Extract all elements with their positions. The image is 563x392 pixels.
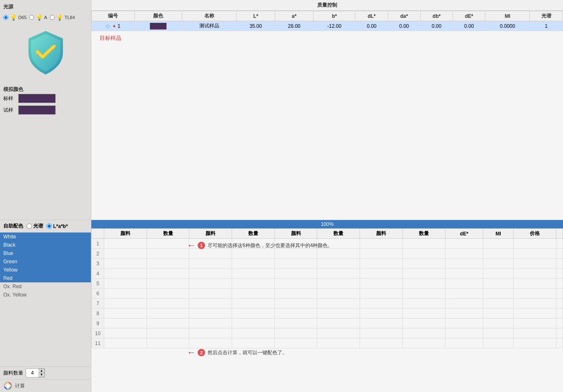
fcell-6-9[interactable] — [483, 289, 514, 299]
radio-spectra-input[interactable] — [27, 223, 32, 229]
fcell-4-11[interactable] — [556, 269, 563, 279]
formula-row-7[interactable]: 7 — [92, 299, 563, 309]
pigment-count-input[interactable] — [26, 370, 39, 376]
fcell-9-3[interactable] — [232, 318, 275, 328]
fcell-4-10[interactable] — [514, 269, 556, 279]
color-item-yellow[interactable]: Yellow — [0, 266, 91, 274]
radio-a-input[interactable] — [29, 15, 34, 20]
fcell-4-4[interactable] — [274, 269, 317, 279]
fcell-1-8[interactable] — [445, 239, 483, 249]
fcell-3-10[interactable] — [514, 259, 556, 269]
color-item-blue[interactable]: Blue — [0, 249, 91, 257]
color-item-oxred[interactable]: Ox. Red — [0, 282, 91, 291]
radio-lab-input[interactable] — [47, 223, 52, 229]
fcell-9-9[interactable] — [483, 318, 514, 328]
fcell-6-7[interactable] — [402, 289, 445, 299]
fcell-11-7[interactable] — [402, 338, 445, 348]
formula-row-4[interactable]: 4 — [92, 269, 563, 279]
fcell-8-2[interactable] — [189, 309, 232, 318]
radio-a[interactable]: 💡 A — [29, 14, 47, 21]
fcell-11-3[interactable] — [232, 338, 275, 348]
fcell-8-5[interactable] — [317, 309, 360, 318]
fcell-7-1[interactable] — [147, 299, 189, 309]
fcell-4-9[interactable] — [483, 269, 514, 279]
spinner-down[interactable]: ▼ — [39, 373, 44, 377]
fcell-1-11[interactable] — [556, 239, 563, 249]
fcell-10-7[interactable] — [402, 328, 445, 338]
fcell-6-3[interactable] — [232, 289, 275, 299]
color-item-black[interactable]: Black — [0, 241, 91, 249]
fcell-3-8[interactable] — [445, 259, 483, 269]
fcell-3-11[interactable] — [556, 259, 563, 269]
pigment-count-input-box[interactable]: ▲ ▼ — [26, 368, 45, 377]
fcell-10-11[interactable] — [556, 328, 563, 338]
fcell-9-2[interactable] — [189, 318, 232, 328]
formula-row-3[interactable]: 3 — [92, 259, 563, 269]
formula-row-5[interactable]: 5 — [92, 279, 563, 289]
radio-spectra-group[interactable]: 光谱 — [27, 223, 43, 230]
fcell-3-1[interactable] — [147, 259, 189, 269]
fcell-3-4[interactable] — [274, 259, 317, 269]
fcell-10-10[interactable] — [514, 328, 556, 338]
fcell-3-7[interactable] — [402, 259, 445, 269]
fcell-9-6[interactable] — [360, 318, 403, 328]
fcell-1-0[interactable] — [104, 239, 147, 249]
fcell-5-8[interactable] — [445, 279, 483, 289]
radio-tl84-input[interactable] — [50, 15, 55, 20]
fcell-8-6[interactable] — [360, 309, 403, 318]
fcell-2-9[interactable] — [483, 249, 514, 259]
fcell-3-3[interactable] — [232, 259, 275, 269]
fcell-2-11[interactable] — [556, 249, 563, 259]
fcell-11-1[interactable] — [147, 338, 189, 348]
fcell-4-5[interactable] — [317, 269, 360, 279]
fcell-11-6[interactable] — [360, 338, 403, 348]
formula-row-6[interactable]: 6 — [92, 289, 563, 299]
fcell-9-10[interactable] — [514, 318, 556, 328]
fcell-4-0[interactable] — [104, 269, 147, 279]
fcell-4-1[interactable] — [147, 269, 189, 279]
fcell-1-5[interactable] — [317, 239, 360, 249]
fcell-2-5[interactable] — [317, 249, 360, 259]
fcell-11-0[interactable] — [104, 338, 147, 348]
radio-d65[interactable]: 💡 D65 — [3, 14, 27, 21]
fcell-11-5[interactable] — [317, 338, 360, 348]
fcell-2-2[interactable] — [189, 249, 232, 259]
fcell-8-11[interactable] — [556, 309, 563, 318]
fcell-4-6[interactable] — [360, 269, 403, 279]
fcell-9-0[interactable] — [104, 318, 147, 328]
fcell-8-4[interactable] — [274, 309, 317, 318]
fcell-10-2[interactable] — [189, 328, 232, 338]
radio-d65-input[interactable] — [3, 15, 8, 20]
fcell-9-5[interactable] — [317, 318, 360, 328]
formula-row-9[interactable]: 9 — [92, 318, 563, 328]
fcell-10-9[interactable] — [483, 328, 514, 338]
fcell-10-6[interactable] — [360, 328, 403, 338]
fcell-2-10[interactable] — [514, 249, 556, 259]
fcell-5-7[interactable] — [402, 279, 445, 289]
fcell-4-7[interactable] — [402, 269, 445, 279]
fcell-7-3[interactable] — [232, 299, 275, 309]
fcell-11-8[interactable] — [445, 338, 483, 348]
fcell-6-0[interactable] — [104, 289, 147, 299]
fcell-8-0[interactable] — [104, 309, 147, 318]
fcell-5-5[interactable] — [317, 279, 360, 289]
fcell-6-4[interactable] — [274, 289, 317, 299]
fcell-7-7[interactable] — [402, 299, 445, 309]
fcell-2-4[interactable] — [274, 249, 317, 259]
fcell-1-1[interactable] — [147, 239, 189, 249]
fcell-8-3[interactable] — [232, 309, 275, 318]
fcell-7-8[interactable] — [445, 299, 483, 309]
fcell-10-4[interactable] — [274, 328, 317, 338]
fcell-3-2[interactable] — [189, 259, 232, 269]
formula-table-wrapper[interactable]: 颜料 数量 颜料 数量 颜料 数量 颜料 数量 dE* MI 价格 — [91, 228, 563, 392]
fcell-11-10[interactable] — [514, 338, 556, 348]
fcell-5-11[interactable] — [556, 279, 563, 289]
fcell-3-6[interactable] — [360, 259, 403, 269]
formula-row-11[interactable]: 11 — [92, 338, 563, 348]
fcell-5-4[interactable] — [274, 279, 317, 289]
fcell-7-11[interactable] — [556, 299, 563, 309]
fcell-8-10[interactable] — [514, 309, 556, 318]
fcell-4-8[interactable] — [445, 269, 483, 279]
calc-button[interactable]: 计算 — [0, 379, 91, 392]
fcell-11-11[interactable] — [556, 338, 563, 348]
